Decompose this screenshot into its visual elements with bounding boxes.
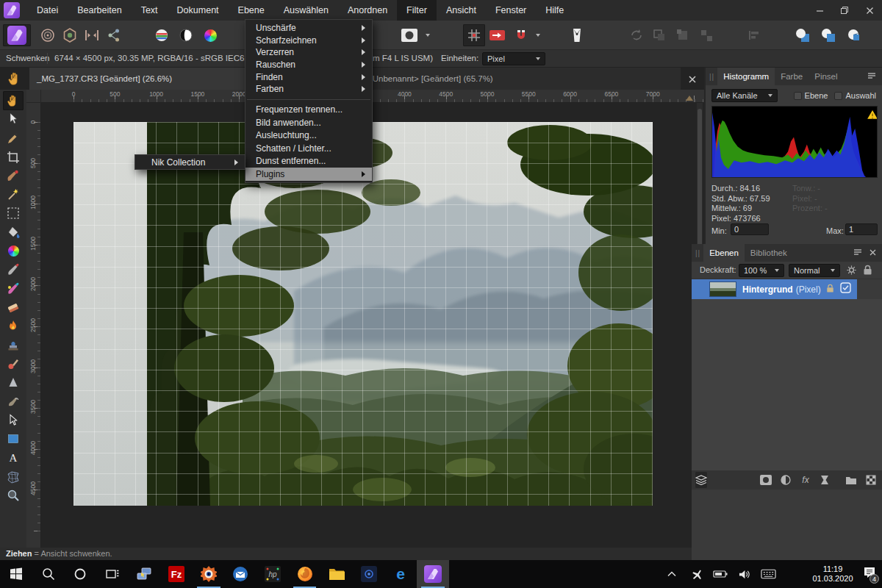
layer-lock-icon[interactable] [826,283,834,296]
close-document-icon[interactable] [688,74,697,87]
layer-effects-icon[interactable]: fx [800,475,811,485]
auto-colours-button[interactable] [151,24,172,46]
rectangle-tool[interactable] [3,430,24,449]
max-input[interactable] [845,223,878,235]
clone-stamp-tool[interactable] [3,336,24,355]
new-layer-icon[interactable] [866,475,876,485]
zoom-tool[interactable] [3,486,24,505]
document-tab-2[interactable]: <Unbenannt> [Geändert] (65.7%) [360,68,681,90]
filter-menu-item-farben[interactable]: Farben [245,83,372,96]
taskbar-edge-icon[interactable]: e [385,560,417,588]
liquify-persona-button[interactable] [37,24,59,46]
tab-histogramm[interactable]: Histogramm [717,68,775,85]
taskbar-task-view-icon[interactable] [96,560,129,588]
tab-farbe[interactable]: Farbe [775,68,808,85]
taskbar-search-icon[interactable] [32,560,65,588]
menu-fenster[interactable]: Fenster [486,0,536,21]
mask-options-dropdown[interactable] [423,24,432,46]
ebene-checkbox[interactable] [794,92,802,100]
tab-ebenen[interactable]: Ebenen [703,244,745,262]
min-input[interactable] [731,223,769,235]
snapping-options-dropdown[interactable] [534,24,542,46]
gradient-tool[interactable] [3,242,24,261]
marquee-select-tool[interactable] [3,204,24,223]
taskbar-start-icon[interactable] [0,560,32,588]
airplane-mode-icon[interactable] [686,560,707,588]
flood-fill-tool[interactable] [3,223,24,242]
restore-button[interactable] [832,0,857,21]
panel-menu-icon[interactable] [853,248,862,257]
selection-brush-tool[interactable] [3,166,24,185]
photo-persona-button[interactable] [3,24,31,46]
taskbar-explorer-icon[interactable] [320,560,353,588]
tab-bibliothek[interactable]: Bibliothek [745,244,793,262]
node-tool[interactable] [3,411,24,430]
auto-white-balance-button[interactable] [200,24,220,46]
auto-contrast-button[interactable] [176,24,196,46]
filter-menu-item-plugins[interactable]: Plugins [245,168,372,181]
geometry-add-button[interactable] [792,24,813,46]
filter-menu-item-schatten-lichter[interactable]: Schatten / Lichter... [245,142,372,155]
taskbar-mail-icon[interactable] [225,560,257,588]
group-layers-folder-icon[interactable] [845,476,857,485]
snapping-button[interactable] [487,24,509,46]
geometry-intersect-button[interactable] [844,24,864,46]
opacity-dropdown[interactable]: 100 % [739,264,784,277]
filter-menu-item-finden[interactable]: Finden [245,71,372,83]
taskbar-remote-desktop-icon[interactable] [129,560,161,588]
layer-stack-button[interactable] [695,472,707,488]
adjustment-layer-icon[interactable] [781,475,791,485]
export-persona-button[interactable] [103,24,125,46]
filter-menu-item-verzerren[interactable]: Verzerren [245,46,372,59]
document-tab-1[interactable]: _MG_1737.CR3 [Geändert] (26.6%) [29,68,262,90]
menu-filter[interactable]: Filter [397,0,437,21]
taskbar-affinity-photo-icon[interactable] [417,560,449,588]
tray-chevron-icon[interactable] [662,560,682,588]
crop-tool[interactable] [3,148,24,167]
force-pixel-alignment-button[interactable] [510,24,532,46]
plugins-submenu-item-nik-collection[interactable]: Nik Collection [135,154,245,170]
menu-datei[interactable]: Datei [27,0,68,21]
quick-mask-button[interactable] [397,24,422,46]
taskbar-photos-icon[interactable] [353,560,385,588]
menu-auswaehlen[interactable]: Auswählen [274,0,338,21]
menu-ebene[interactable]: Ebene [229,0,274,21]
menu-ansicht[interactable]: Ansicht [437,0,486,21]
blend-mode-dropdown[interactable]: Normal [789,264,840,277]
layer-visibility-checkbox[interactable] [840,282,851,296]
smudge-tool[interactable] [3,392,24,412]
paint-brush-tool[interactable] [3,260,24,279]
touch-keyboard-icon[interactable] [757,560,779,588]
units-dropdown[interactable]: Pixel [482,52,545,65]
blur-tool[interactable] [3,373,24,392]
taskbar-irfanview-icon[interactable] [193,560,225,588]
channel-selector-dropdown[interactable]: Alle Kanäle [711,89,778,102]
tone-mapping-persona-button[interactable] [81,24,103,46]
filter-menu-item-ausleuchtung[interactable]: Ausleuchtung... [245,129,372,143]
auswahl-checkbox[interactable] [834,92,842,100]
filter-menu-item-bild-anwenden[interactable]: Bild anwenden... [245,116,372,129]
layer-settings-gear-icon[interactable] [846,265,857,279]
view-tool[interactable] [3,91,24,110]
menu-hilfe[interactable]: Hilfe [536,0,573,21]
menu-bearbeiten[interactable]: Bearbeiten [68,0,131,21]
taskbar-clock[interactable]: 11:19 01.03.2020 [807,560,858,588]
menu-anordnen[interactable]: Anordnen [338,0,397,21]
layers-list-empty-area[interactable] [692,299,882,470]
assistant-button[interactable] [564,24,589,46]
text-tool[interactable]: A [3,448,24,467]
erase-brush-tool[interactable] [3,298,24,318]
filter-menu-item-frequenzen-trennen[interactable]: Frequenzen trennen... [245,104,372,117]
burn-tool[interactable] [3,317,24,336]
lock-icon[interactable] [863,265,872,279]
filter-menu-item-dunst-entfernen[interactable]: Dunst entfernen... [245,155,372,168]
live-filter-icon[interactable] [820,475,829,485]
filter-menu-item-scharfzeichnen[interactable]: Scharfzeichnen [245,35,372,47]
filter-menu-item-unschaerfe[interactable]: Unschärfe [245,22,372,35]
action-center-icon[interactable]: 4 [858,560,881,588]
panel-menu-icon[interactable] [867,72,876,81]
mesh-warp-tool[interactable] [3,467,24,487]
taskbar-firefox-icon[interactable] [289,560,321,588]
colour-picker-tool[interactable] [3,129,24,148]
panel-grip-icon[interactable]: || [706,73,717,81]
